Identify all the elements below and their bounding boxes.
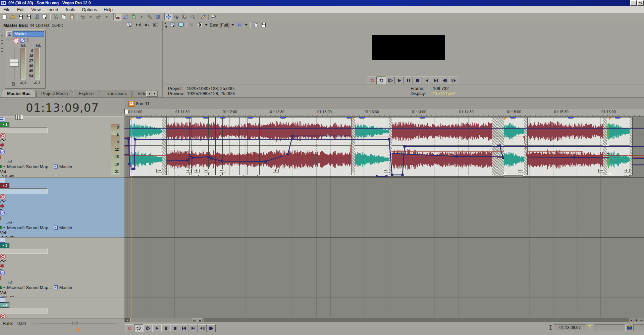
playhead-line[interactable] [330,117,330,317]
track-header-4[interactable]: ◄4✱!-Inf.36912151821Microsoft Sound Map.… [0,297,124,319]
go-to-start-button[interactable] [179,324,189,332]
gear-icon[interactable] [13,38,19,44]
bus-properties-button[interactable] [6,31,12,37]
tab-transitions[interactable]: Transitions [101,90,132,98]
record-button[interactable] [368,77,377,84]
pause-button[interactable] [161,324,170,332]
stop-button[interactable] [170,324,179,332]
group-tool-button[interactable] [146,13,154,20]
envelope-icon[interactable] [0,259,124,263]
rate-slider[interactable] [33,323,117,324]
selection-start-box[interactable] [594,324,626,331]
marker-bar[interactable] [124,98,644,109]
preview-quality-dropdown[interactable] [205,24,208,26]
scrollbar-thumb[interactable]: ▮▮ ▮▮ [130,318,204,323]
loop-playback-button[interactable] [134,324,143,332]
play-button[interactable] [395,77,404,84]
whats-this-help-button[interactable]: ? [210,13,218,20]
marker-label[interactable]: Son_11 [136,101,149,106]
menu-file[interactable]: File [0,6,14,13]
title-bar[interactable]: 0% (30 of 30) - Son Nu.veg - Vegas Pro 1… [0,0,644,6]
vol-value[interactable]: -2,8 dB [0,295,124,297]
track-lane-4[interactable] [124,297,644,319]
scroll-zoom-grip-right[interactable]: ▮▮ [198,319,203,322]
overlay-grid-icon[interactable] [235,22,244,28]
save-button[interactable] [17,13,25,20]
routing-icon[interactable] [6,38,12,42]
record-time-box[interactable] [633,324,644,331]
marker-flag[interactable]: 11 [128,101,135,107]
track-bus-name[interactable]: Master [59,285,73,290]
track-fx-icon[interactable]: ✱ [0,142,124,148]
overlay-dropdown[interactable] [245,24,248,26]
vol-value[interactable]: -2,8 dB [0,174,124,178]
track-name-field[interactable] [0,248,48,254]
input-routing-icon[interactable] [0,226,5,230]
track-bus-name[interactable]: Master [59,164,73,169]
previous-frame-button[interactable] [440,77,449,84]
track-number-badge[interactable]: ◄3 [0,243,9,248]
dim-output-icon[interactable] [144,22,150,28]
preview-properties-icon[interactable] [169,22,177,28]
open-button[interactable] [9,13,17,20]
input-routing-icon[interactable] [0,285,5,289]
track-device-name[interactable]: Microsoft Sound Map... [7,225,52,230]
preview-quality-icon[interactable] [196,22,204,28]
save-frame-icon[interactable] [260,22,268,28]
external-monitor-plug-icon[interactable] [187,22,196,28]
tab-scroll-right[interactable]: ► [152,91,158,97]
redo-button[interactable] [95,13,103,20]
track-fx-icon[interactable]: ✱ [0,203,124,209]
mute-icon[interactable] [0,270,5,275]
mute-icon[interactable] [0,210,5,216]
track-name-field[interactable] [0,188,48,194]
previous-frame-button[interactable] [198,324,207,332]
track-minimize-icon[interactable] [0,238,5,243]
time-ruler[interactable]: 01:11:0001:11:3001:12:0001:12:3001:13:00… [124,109,644,116]
play-from-start-button[interactable] [143,324,152,332]
track-lane-2[interactable] [124,178,644,238]
mute-icon[interactable] [20,38,25,43]
vol-value[interactable]: -2,8 dB [0,235,124,238]
status-timecode[interactable]: 01:13:09,07 [554,324,586,331]
input-routing-icon[interactable] [0,164,5,169]
bus-assign-icon[interactable] [54,226,58,230]
track-lane-3[interactable] [124,238,644,297]
normal-edit-tool-button[interactable] [113,13,121,20]
next-frame-button[interactable] [207,324,216,332]
timecode-display[interactable]: 01:13:09,07 [0,99,125,116]
undo-button[interactable] [78,13,87,20]
track-header-2[interactable]: ◄2✱!-Inf.36912151821Microsoft Sound Map.… [0,178,124,238]
import-media-button[interactable] [33,13,41,20]
zoom-out-button[interactable]: − [639,318,644,323]
mixing-console-icon[interactable] [152,22,159,28]
copy-frame-icon[interactable] [252,22,260,28]
paste-button[interactable] [68,13,76,20]
tab-project-media[interactable]: Project Media [36,90,73,98]
track-number-badge[interactable]: ◄4 [0,302,9,308]
restore-button[interactable] [637,0,644,6]
menu-view[interactable]: View [28,6,44,13]
fader-thumb[interactable] [10,59,19,67]
expand-edit-tool-button[interactable] [129,13,138,20]
panel-undock-icon[interactable]: ◄ [164,25,167,28]
video-output-icon[interactable] [177,22,185,28]
track-fx-icon[interactable]: ✱ [0,263,124,269]
track-number-badge[interactable]: ◄2 [0,183,9,188]
pause-button[interactable] [404,77,413,84]
record-arm-icon[interactable] [0,133,6,139]
track-device-name[interactable]: Microsoft Sound Map... [7,285,52,290]
minimize-button[interactable]: _ [630,0,637,6]
scroll-right-button[interactable]: ► [629,318,634,323]
solo-icon[interactable]: ! [0,216,124,221]
menu-edit[interactable]: Edit [14,6,28,13]
bus-assign-icon[interactable] [54,164,58,169]
solo-icon[interactable]: ! [0,154,124,160]
track-bus-name[interactable]: Master [59,225,73,230]
tab-scroll-left[interactable]: ◄ [146,91,152,97]
go-to-end-button[interactable] [431,77,440,84]
menu-options[interactable]: Options [78,6,100,13]
zoom-in-button[interactable]: + [634,318,639,323]
go-to-end-button[interactable] [189,324,198,332]
envelope-icon[interactable] [0,139,124,142]
